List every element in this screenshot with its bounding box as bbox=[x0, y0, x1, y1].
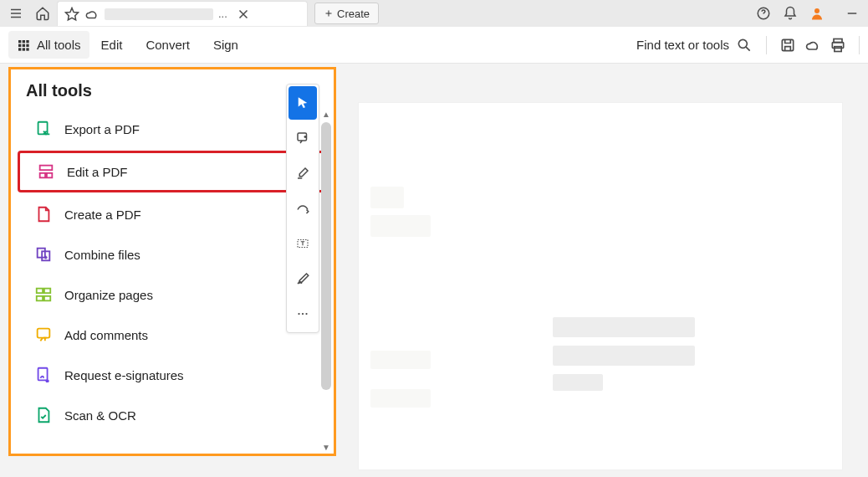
scroll-thumb[interactable] bbox=[321, 122, 331, 390]
divider bbox=[766, 36, 767, 54]
cloud-icon bbox=[84, 7, 100, 22]
print-icon[interactable] bbox=[825, 33, 850, 57]
find-text-label: Find text or tools bbox=[636, 38, 729, 52]
edit-pdf-icon bbox=[37, 162, 55, 181]
content-placeholder bbox=[553, 346, 695, 366]
notifications-icon[interactable] bbox=[778, 2, 803, 25]
comments-icon bbox=[34, 326, 53, 344]
combine-icon bbox=[34, 245, 53, 264]
tab-title-suffix: ... bbox=[218, 8, 227, 20]
content-placeholder bbox=[370, 389, 431, 408]
svg-point-30 bbox=[298, 313, 299, 315]
main-toolbar: All tools Edit Convert Sign Find text or… bbox=[0, 27, 868, 64]
organize-icon bbox=[34, 285, 53, 304]
scan-ocr-icon bbox=[34, 406, 53, 424]
tool-esign[interactable]: Request e-signatures bbox=[18, 356, 327, 393]
tool-create-pdf[interactable]: Create a PDF bbox=[18, 196, 327, 233]
sign-tool[interactable] bbox=[288, 262, 317, 295]
document-view[interactable] bbox=[358, 102, 843, 470]
svg-rect-27 bbox=[38, 368, 48, 381]
find-text-button[interactable]: Find text or tools bbox=[636, 37, 753, 54]
all-tools-label: All tools bbox=[37, 38, 81, 52]
tool-comments[interactable]: Add comments bbox=[18, 316, 327, 353]
plus-icon bbox=[324, 8, 334, 18]
svg-rect-26 bbox=[38, 329, 50, 338]
panel-title: All tools bbox=[26, 81, 92, 100]
tool-label: Combine files bbox=[64, 248, 140, 262]
svg-rect-25 bbox=[44, 296, 50, 301]
svg-rect-18 bbox=[40, 173, 45, 178]
help-icon[interactable] bbox=[751, 2, 776, 25]
document-tab[interactable]: ... bbox=[57, 1, 308, 26]
create-pdf-icon bbox=[34, 205, 53, 223]
svg-rect-22 bbox=[37, 289, 43, 294]
search-icon bbox=[736, 37, 753, 54]
save-icon[interactable] bbox=[775, 33, 800, 57]
svg-rect-2 bbox=[18, 40, 21, 43]
scrollbar[interactable]: ▲ ▼ bbox=[319, 107, 334, 454]
tool-export-pdf[interactable]: Export a PDF bbox=[18, 110, 327, 147]
svg-rect-8 bbox=[18, 48, 21, 50]
tool-label: Export a PDF bbox=[64, 122, 140, 136]
tool-organize[interactable]: Organize pages bbox=[18, 276, 327, 313]
divider bbox=[859, 36, 860, 54]
highlight-tool[interactable] bbox=[288, 156, 317, 190]
svg-point-1 bbox=[814, 8, 819, 13]
svg-rect-23 bbox=[44, 289, 50, 294]
menu-sign[interactable]: Sign bbox=[202, 31, 250, 59]
svg-rect-5 bbox=[18, 44, 21, 46]
content-placeholder bbox=[553, 374, 603, 391]
svg-rect-17 bbox=[40, 166, 53, 171]
tool-label: Add comments bbox=[64, 328, 148, 342]
menu-convert[interactable]: Convert bbox=[134, 31, 202, 59]
hamburger-menu-icon[interactable] bbox=[3, 2, 28, 25]
content-placeholder bbox=[370, 187, 404, 208]
menu-edit[interactable]: Edit bbox=[89, 31, 135, 59]
esign-icon bbox=[34, 366, 53, 384]
svg-rect-10 bbox=[26, 48, 28, 50]
tool-label: Request e-signatures bbox=[64, 368, 184, 382]
account-icon[interactable] bbox=[804, 2, 830, 25]
all-tools-button[interactable]: All tools bbox=[8, 31, 89, 59]
tool-label: Scan & OCR bbox=[64, 408, 136, 423]
tool-combine[interactable]: Combine files bbox=[18, 236, 327, 273]
text-box-tool[interactable] bbox=[288, 227, 317, 260]
add-note-tool[interactable] bbox=[288, 121, 317, 155]
tool-edit-pdf[interactable]: Edit a PDF bbox=[18, 151, 327, 192]
svg-rect-3 bbox=[23, 40, 25, 43]
star-icon[interactable] bbox=[64, 7, 79, 22]
content-placeholder bbox=[553, 317, 695, 337]
tool-label: Edit a PDF bbox=[67, 165, 128, 179]
export-pdf-icon bbox=[34, 120, 53, 138]
more-tools[interactable] bbox=[288, 297, 317, 331]
scroll-up-icon[interactable]: ▲ bbox=[319, 107, 334, 121]
svg-point-31 bbox=[302, 313, 304, 315]
select-tool[interactable] bbox=[288, 86, 317, 120]
create-button[interactable]: Create bbox=[314, 3, 379, 24]
tool-label: Create a PDF bbox=[64, 208, 141, 222]
cloud-upload-icon[interactable] bbox=[800, 33, 825, 57]
svg-rect-7 bbox=[26, 44, 28, 46]
create-button-label: Create bbox=[337, 8, 370, 20]
svg-rect-4 bbox=[26, 40, 28, 43]
svg-rect-19 bbox=[47, 173, 52, 178]
svg-point-11 bbox=[738, 39, 747, 48]
svg-rect-6 bbox=[23, 44, 25, 46]
content-area: All tools ✕ ▲ ▼ Export a PDF Edit a PDF … bbox=[0, 64, 868, 477]
content-placeholder bbox=[370, 215, 431, 237]
tool-label: Organize pages bbox=[64, 288, 153, 302]
vertical-toolbar bbox=[286, 84, 319, 333]
tool-scan-ocr[interactable]: Scan & OCR bbox=[18, 397, 327, 433]
svg-rect-24 bbox=[37, 296, 43, 301]
close-tab-icon[interactable] bbox=[236, 7, 251, 22]
draw-tool[interactable] bbox=[288, 192, 317, 225]
tab-title-placeholder bbox=[105, 8, 213, 20]
grid-icon bbox=[17, 38, 30, 52]
svg-point-32 bbox=[305, 313, 307, 315]
svg-rect-9 bbox=[23, 48, 25, 50]
home-icon[interactable] bbox=[30, 2, 55, 25]
minimize-icon[interactable] bbox=[840, 2, 865, 25]
content-placeholder bbox=[370, 351, 431, 369]
scroll-down-icon[interactable]: ▼ bbox=[319, 440, 334, 454]
svg-rect-12 bbox=[782, 39, 793, 50]
